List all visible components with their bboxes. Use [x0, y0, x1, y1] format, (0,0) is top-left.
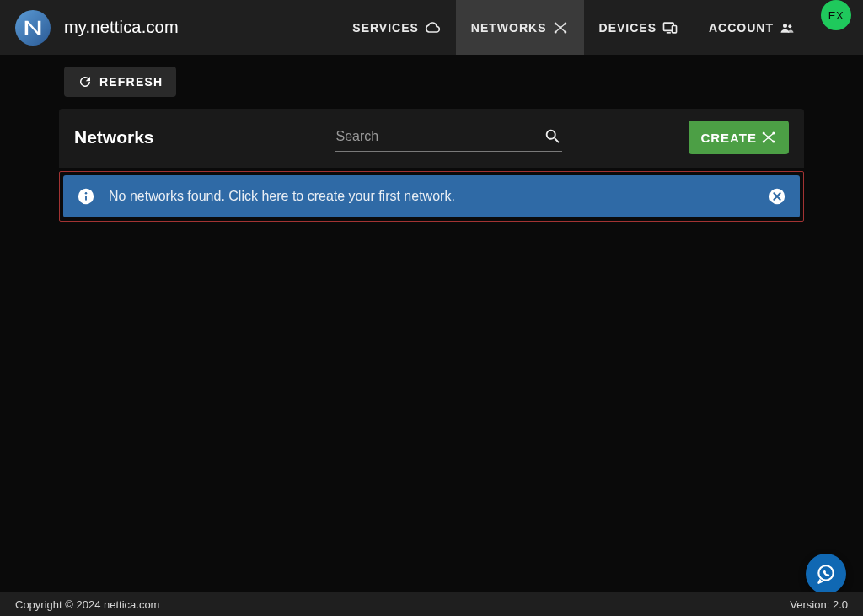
cloud-icon [424, 19, 441, 36]
footer: Copyright © 2024 nettica.com Version: 2.… [0, 592, 863, 616]
svg-line-6 [560, 24, 566, 28]
network-graph-icon [760, 129, 777, 146]
networks-panel-header: Networks CREATE [59, 109, 804, 168]
footer-copyright: Copyright © 2024 nettica.com [15, 598, 159, 611]
brand-logo[interactable] [15, 10, 51, 46]
main-nav: SERVICES NETWORKS DEVICES ACCOUNT EX [337, 0, 851, 55]
svg-line-7 [555, 28, 560, 32]
refresh-button[interactable]: REFRESH [64, 67, 176, 97]
nav-account[interactable]: ACCOUNT [694, 0, 811, 55]
svg-point-13 [788, 24, 791, 28]
nettica-logo-icon [21, 16, 45, 40]
alert-highlight: No networks found. Click here to create … [59, 171, 804, 222]
svg-line-22 [769, 137, 774, 142]
devices-icon [662, 19, 678, 36]
create-label: CREATE [700, 131, 757, 145]
svg-line-21 [764, 137, 769, 142]
footer-version: Version: 2.0 [790, 598, 848, 611]
refresh-icon [78, 74, 93, 89]
nav-devices-label: DEVICES [599, 21, 657, 35]
user-avatar[interactable]: EX [821, 0, 851, 30]
people-icon [779, 19, 796, 36]
nav-account-label: ACCOUNT [709, 21, 774, 35]
close-icon[interactable] [768, 187, 786, 206]
svg-line-8 [560, 28, 566, 32]
chat-fab[interactable] [806, 554, 846, 594]
svg-point-27 [818, 565, 833, 580]
svg-point-12 [783, 24, 787, 28]
svg-line-19 [764, 133, 769, 137]
search-field[interactable] [335, 124, 562, 152]
nav-services-label: SERVICES [352, 21, 419, 35]
svg-line-5 [555, 24, 560, 28]
search-icon [544, 127, 562, 146]
page-content: REFRESH Networks CREATE No networks foun… [0, 55, 863, 222]
page-title: Networks [74, 127, 154, 147]
svg-rect-25 [85, 196, 87, 201]
top-bar: my.nettica.com SERVICES NETWORKS DEVICES… [0, 0, 863, 55]
search-input[interactable] [335, 124, 544, 149]
svg-point-24 [85, 192, 88, 195]
nav-networks[interactable]: NETWORKS [456, 0, 584, 55]
nav-devices[interactable]: DEVICES [584, 0, 694, 55]
svg-rect-10 [673, 25, 677, 32]
nav-services[interactable]: SERVICES [337, 0, 456, 55]
whatsapp-icon [815, 563, 837, 585]
network-graph-icon [552, 19, 569, 36]
alert-message: No networks found. Click here to create … [109, 189, 455, 204]
nav-networks-label: NETWORKS [471, 21, 547, 35]
svg-line-20 [769, 133, 774, 137]
info-icon [77, 187, 95, 206]
brand-title: my.nettica.com [64, 18, 179, 37]
create-button[interactable]: CREATE [689, 121, 789, 154]
refresh-label: REFRESH [99, 75, 163, 88]
empty-networks-alert[interactable]: No networks found. Click here to create … [63, 175, 800, 217]
